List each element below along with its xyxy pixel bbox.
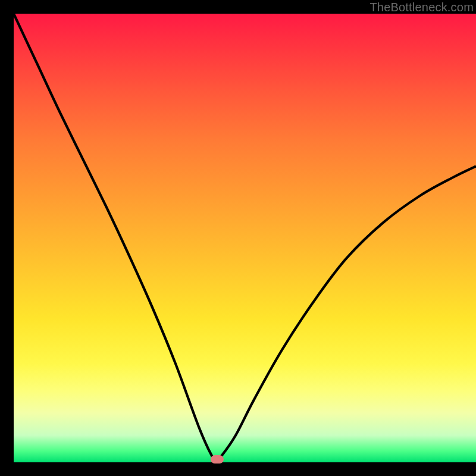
heat-gradient-background — [14, 14, 476, 462]
minimum-marker — [211, 455, 224, 464]
plot-area — [14, 14, 476, 462]
chart-frame: TheBottleneck.com — [14, 0, 476, 462]
watermark-label: TheBottleneck.com — [369, 1, 474, 14]
